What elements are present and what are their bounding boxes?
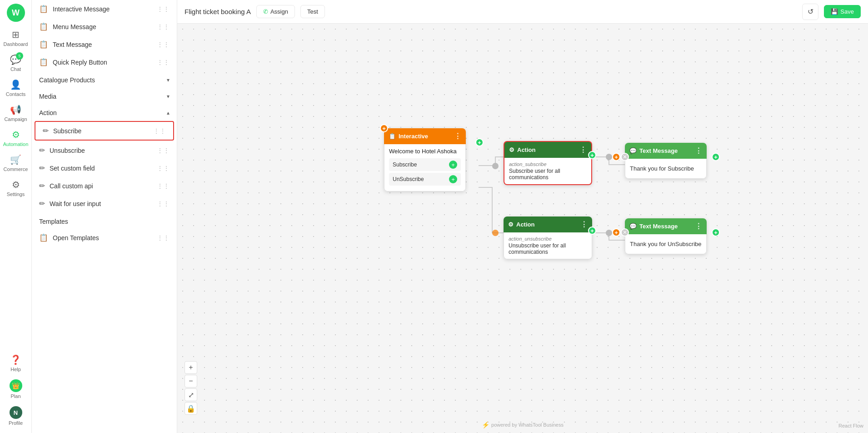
action1-desc: Subscribe user for all communications: [509, 168, 587, 181]
interactive-node-body: Welcome to Hotel Ashoka Subscribe + UnSu…: [384, 144, 466, 191]
sidebar-item-quick-reply-button[interactable]: 📋 Quick Reply Button ⋮⋮: [32, 53, 177, 71]
interactive-node-card: 📋 Interactive ⋮ Welcome to Hotel Ashoka …: [384, 128, 466, 191]
nav-label-automation: Automation: [3, 141, 29, 147]
contacts-icon: 👤: [10, 79, 21, 90]
drag-handle-4[interactable]: ⋮⋮: [157, 59, 170, 66]
interactive-right-connector[interactable]: +: [475, 138, 484, 146]
interactive-left-connector[interactable]: +: [380, 124, 388, 132]
sidebar-label-wait-for-user-input: Wait for user input: [50, 200, 101, 207]
nav-item-help[interactable]: ❓ Help: [0, 351, 31, 376]
subscribe-add-btn[interactable]: +: [449, 161, 457, 169]
text1-left-connector[interactable]: ✕: [621, 153, 629, 161]
text1-menu-dots[interactable]: ⋮: [695, 146, 702, 155]
zoom-controls: + − ⤢ 🔒: [185, 361, 197, 415]
help-icon: ❓: [10, 354, 21, 365]
react-flow-text: React Flow: [838, 423, 863, 428]
text2-orange-connector[interactable]: +: [612, 228, 620, 237]
svg-point-0: [492, 163, 499, 169]
nav-item-contacts[interactable]: 👤 Contacts: [0, 76, 31, 101]
drag-handle-2[interactable]: ⋮⋮: [157, 23, 170, 30]
text2-menu-dots[interactable]: ⋮: [695, 222, 702, 231]
action2-node-body: action_unsubscribe Unsubscribe user for …: [504, 232, 592, 259]
text2-left-connector[interactable]: ✕: [621, 228, 629, 237]
drag-handle[interactable]: ⋮⋮: [157, 5, 170, 13]
nav-item-chat[interactable]: 💬 5 Chat: [0, 50, 31, 76]
nav-label-campaign: Campaign: [4, 116, 27, 122]
section-catalogue-products[interactable]: Catalogue Products ▾: [32, 71, 177, 87]
sidebar-label-menu-message: Menu Message: [53, 23, 96, 30]
interactive-header-label: Interactive: [399, 133, 428, 140]
sidebar-item-interactive-message[interactable]: 📋 Interactive Message ⋮⋮: [32, 0, 177, 18]
nav-item-plan[interactable]: 👑 Plan: [0, 376, 31, 403]
sidebar-item-wait-for-user-input[interactable]: ✏ Wait for user input ⋮⋮: [32, 195, 177, 212]
unsubscribe-icon: ✏: [39, 146, 45, 155]
action2-menu-dots[interactable]: ⋮: [580, 220, 588, 229]
interactive-node-header: 📋 Interactive ⋮: [384, 128, 466, 144]
action2-node-header: ⚙ Action ⋮: [504, 216, 592, 232]
text1-content: Thank you for Subscribe: [630, 162, 702, 175]
action-chevron-icon: ▴: [167, 110, 170, 116]
nav-item-automation[interactable]: ⚙ Automation: [0, 126, 31, 151]
section-media[interactable]: Media ▾: [32, 87, 177, 104]
refresh-button[interactable]: ↺: [802, 4, 818, 20]
nav-label-plan: Plan: [10, 393, 20, 399]
action2-node-card: ⚙ Action ⋮ action_unsubscribe Unsubscrib…: [504, 216, 592, 259]
profile-avatar: N: [10, 406, 22, 419]
save-button[interactable]: 💾 Save: [824, 5, 861, 18]
set-custom-field-icon: ✏: [39, 164, 45, 172]
nav-item-profile[interactable]: N Profile: [0, 403, 31, 429]
subscribe-icon: ✏: [43, 126, 49, 135]
sidebar-item-subscribe[interactable]: ✏ Subscribe ⋮⋮: [35, 121, 174, 141]
save-icon: 💾: [831, 8, 838, 15]
action2-desc: Unsubscribe user for all communications: [509, 242, 587, 255]
interactive-menu-dots[interactable]: ⋮: [454, 132, 461, 141]
nav-item-dashboard[interactable]: ⊞ Dashboard: [0, 25, 31, 50]
assign-button[interactable]: ✆ Assign: [256, 5, 295, 18]
sidebar-panel: 📋 Interactive Message ⋮⋮ 📋 Menu Message …: [32, 0, 177, 433]
action1-header-icon: ⚙: [509, 146, 514, 153]
sidebar-item-menu-message[interactable]: 📋 Menu Message ⋮⋮: [32, 18, 177, 35]
section-action[interactable]: Action ▴: [32, 104, 177, 120]
text1-orange-connector[interactable]: +: [612, 153, 620, 161]
chat-badge: 5: [16, 52, 23, 60]
nav-item-settings[interactable]: ⚙ Settings: [0, 176, 31, 201]
sidebar-item-unsubscribe[interactable]: ✏ Unsubscribe ⋮⋮: [32, 141, 177, 159]
action1-header-label: Action: [517, 146, 535, 153]
drag-handle-unsubscribe[interactable]: ⋮⋮: [157, 147, 170, 154]
chat-badge-wrapper: 💬 5: [10, 54, 21, 65]
text2-header-icon: 💬: [629, 223, 637, 230]
text1-node-body: Thank you for Subscribe: [625, 159, 707, 179]
zoom-in-button[interactable]: +: [185, 361, 197, 374]
text1-right-connector[interactable]: +: [712, 153, 720, 161]
section-templates: Templates: [32, 212, 177, 229]
action1-menu-dots[interactable]: ⋮: [579, 146, 587, 154]
settings-icon: ⚙: [12, 179, 20, 190]
text2-right-connector[interactable]: +: [712, 228, 720, 237]
action1-right-connector[interactable]: +: [588, 151, 596, 159]
action2-right-connector[interactable]: +: [588, 227, 596, 235]
watermark-text: powered by WhatsTool Business: [491, 422, 564, 428]
sidebar-item-text-message[interactable]: 📋 Text Message ⋮⋮: [32, 35, 177, 53]
drag-handle-templates[interactable]: ⋮⋮: [157, 234, 170, 242]
test-button[interactable]: Test: [300, 5, 325, 18]
sidebar-item-set-custom-field[interactable]: ✏ Set custom field ⋮⋮: [32, 159, 177, 177]
nav-item-commerce[interactable]: 🛒 Commerce: [0, 151, 31, 176]
app-logo[interactable]: W: [7, 4, 25, 22]
flow-canvas[interactable]: + 📋 Interactive ⋮ Welcome to Hotel Ashok…: [177, 24, 868, 433]
fit-view-button[interactable]: ⤢: [185, 388, 197, 401]
drag-handle-custom-field[interactable]: ⋮⋮: [157, 165, 170, 172]
flow-title: Flight ticket booking A: [185, 8, 251, 15]
unsubscribe-add-btn[interactable]: +: [449, 175, 457, 183]
drag-handle-custom-api[interactable]: ⋮⋮: [157, 182, 170, 190]
wait-for-user-input-icon: ✏: [39, 199, 45, 208]
nav-item-campaign[interactable]: 📢 Campaign: [0, 101, 31, 126]
drag-handle-3[interactable]: ⋮⋮: [157, 41, 170, 48]
drag-handle-wait[interactable]: ⋮⋮: [157, 200, 170, 207]
react-flow-watermark: React Flow: [838, 423, 863, 428]
zoom-out-button[interactable]: −: [185, 375, 197, 388]
sidebar-item-open-templates[interactable]: 📋 Open Templates ⋮⋮: [32, 229, 177, 247]
text-message-icon: 📋: [39, 40, 48, 49]
drag-handle-subscribe[interactable]: ⋮⋮: [153, 127, 166, 135]
lock-button[interactable]: 🔒: [185, 402, 197, 415]
sidebar-item-call-custom-api[interactable]: ✏ Call custom api ⋮⋮: [32, 177, 177, 195]
